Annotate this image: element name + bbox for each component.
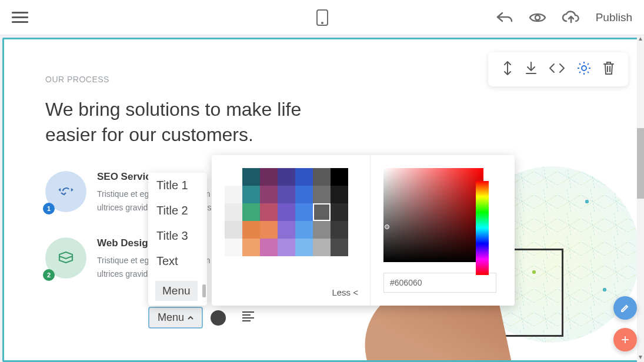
hue-slider[interactable] [476, 181, 489, 275]
color-swatch[interactable] [278, 186, 295, 203]
move-section-icon[interactable] [501, 61, 514, 78]
color-swatch[interactable] [225, 186, 242, 203]
picker-pane [371, 155, 515, 306]
color-swatch[interactable] [260, 239, 278, 256]
color-swatch[interactable] [278, 168, 295, 186]
dropdown-item-text[interactable]: Text [148, 249, 207, 274]
code-icon[interactable] [548, 62, 566, 77]
color-swatch[interactable] [295, 239, 313, 256]
svg-point-2 [535, 15, 540, 20]
sv-cursor[interactable] [385, 224, 389, 229]
color-swatch[interactable] [331, 186, 348, 203]
color-swatch[interactable] [278, 221, 295, 239]
dropdown-item-title2[interactable]: Title 2 [148, 198, 207, 223]
color-picker-panel: Less < [212, 155, 515, 306]
fab-add-button[interactable]: + [613, 328, 637, 351]
color-swatch[interactable] [225, 168, 242, 186]
color-swatch[interactable] [242, 186, 260, 203]
color-swatch[interactable] [225, 203, 242, 221]
preview-eye-icon[interactable] [529, 11, 546, 24]
less-toggle[interactable]: Less < [332, 287, 358, 297]
edit-pencil-icon[interactable] [202, 284, 206, 297]
download-section-icon[interactable] [525, 61, 538, 78]
dropdown-menu-button[interactable]: Menu [155, 281, 198, 301]
color-swatch[interactable] [313, 168, 331, 186]
process-badge: 1 [43, 203, 55, 214]
chevron-up-icon [188, 316, 193, 320]
color-swatch[interactable] [331, 168, 348, 186]
scroll-thumb[interactable] [637, 128, 644, 199]
color-swatch[interactable] [242, 221, 260, 239]
mobile-preview-icon[interactable] [316, 9, 329, 26]
process-icon-web: 2 [45, 237, 86, 279]
undo-icon[interactable] [496, 11, 513, 25]
color-swatch[interactable] [260, 168, 278, 186]
scroll-up-arrow[interactable]: ▲ [637, 35, 644, 43]
color-swatch[interactable] [295, 186, 313, 203]
dropdown-item-title1[interactable]: Title 1 [148, 173, 207, 198]
process-badge: 2 [43, 269, 55, 281]
dropdown-item-title3[interactable]: Title 3 [148, 223, 207, 249]
color-swatch[interactable] [295, 203, 313, 221]
delete-trash-icon[interactable] [602, 61, 615, 78]
cloud-upload-icon[interactable] [562, 11, 580, 25]
publish-button[interactable]: Publish [596, 11, 632, 24]
color-swatch[interactable] [225, 239, 242, 256]
color-swatch[interactable] [313, 186, 331, 203]
svg-point-3 [582, 66, 586, 71]
color-swatch[interactable] [295, 221, 313, 239]
color-swatch[interactable] [260, 186, 278, 203]
settings-gear-icon[interactable] [576, 61, 592, 78]
color-swatch[interactable] [313, 221, 331, 239]
color-swatch[interactable] [331, 203, 348, 221]
color-swatch[interactable] [313, 203, 331, 221]
topbar: Publish [0, 0, 644, 35]
color-swatch[interactable] [242, 203, 260, 221]
color-swatch[interactable] [260, 203, 278, 221]
color-swatch[interactable] [242, 239, 260, 256]
fab-edit-button[interactable] [613, 296, 637, 320]
color-swatch[interactable] [313, 239, 331, 256]
vertical-scrollbar[interactable]: ▲ ▼ [637, 35, 644, 362]
format-menu-button[interactable]: Menu [148, 307, 203, 329]
color-swatch[interactable] [295, 168, 313, 186]
color-swatch[interactable] [242, 168, 260, 186]
hex-input[interactable] [383, 273, 496, 293]
svg-point-1 [322, 22, 323, 24]
swatch-pane: Less < [212, 155, 371, 306]
color-swatch[interactable] [260, 221, 278, 239]
section-toolbar [488, 52, 628, 86]
color-swatch[interactable] [278, 239, 295, 256]
color-swatch[interactable] [278, 203, 295, 221]
color-swatch[interactable] [331, 221, 348, 239]
section-headline[interactable]: We bring solutions to make life easier f… [45, 97, 328, 148]
menu-icon[interactable] [12, 9, 28, 26]
format-align-icon[interactable] [241, 310, 255, 324]
scroll-down-arrow[interactable]: ▼ [637, 354, 644, 362]
format-color-swatch[interactable] [211, 310, 226, 326]
text-style-dropdown: Title 1 Title 2 Title 3 Text Menu [148, 173, 207, 306]
saturation-value-area[interactable] [383, 168, 483, 262]
color-swatch[interactable] [331, 239, 348, 256]
color-swatch[interactable] [225, 221, 242, 239]
process-icon-seo: 1 [45, 171, 86, 212]
